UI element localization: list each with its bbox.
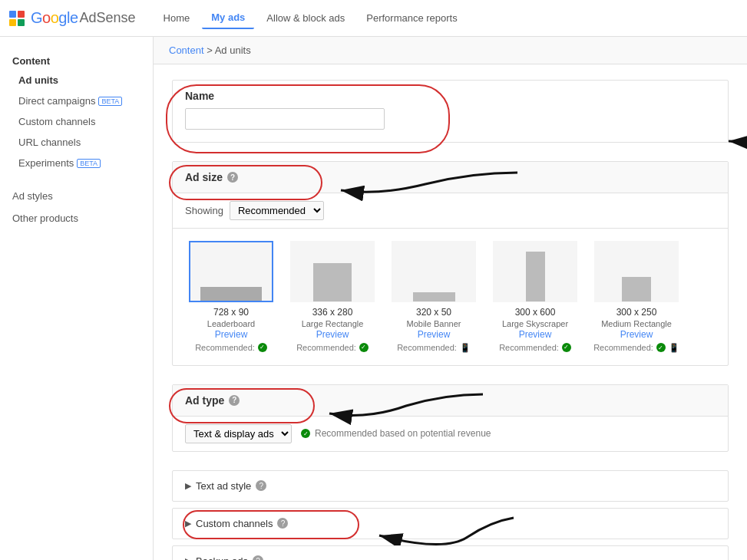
custom-channels-arrow: ▶: [185, 519, 191, 529]
large-rectangle-check-icon: ✓: [359, 343, 369, 352]
large-skyscraper-preview: [493, 241, 577, 302]
mobile-banner-preview: [392, 241, 476, 302]
leaderboard-preview: [189, 241, 273, 302]
medium-rectangle-size-label: 300 x 250: [590, 307, 683, 319]
large-rectangle-size-label: 336 x 280: [286, 307, 378, 319]
recommended-text3: Recommended:: [397, 343, 457, 352]
backup-ads-header[interactable]: ▶ Backup ads ?: [173, 546, 728, 560]
ad-type-select[interactable]: Text & display ads Text ads only Display…: [185, 424, 292, 443]
name-label: Name: [173, 81, 728, 108]
breadcrumb-parent[interactable]: Content: [169, 44, 204, 56]
ad-size-help-icon[interactable]: ?: [227, 172, 238, 183]
backup-ads-arrow: ▶: [185, 556, 191, 560]
custom-channels-label: Custom channels: [196, 518, 273, 529]
large-rectangle-recommended: Recommended: ✓: [286, 343, 378, 352]
leaderboard-name: Leaderboard: [185, 319, 277, 328]
breadcrumb: Content > Ad units: [154, 37, 747, 64]
top-nav: Google AdSense Home My ads Allow & block…: [0, 0, 747, 37]
medium-rectangle-check-icon: ✓: [656, 343, 666, 352]
breadcrumb-current: Ad units: [215, 44, 251, 56]
form-area: Name: [154, 64, 747, 560]
adsense-logo-text: AdSense: [80, 10, 136, 26]
mobile-banner-size-label: 320 x 50: [388, 307, 480, 319]
recommended-text: Recommended:: [195, 343, 255, 352]
sidebar-item-custom-channels[interactable]: Custom channels: [0, 111, 153, 132]
backup-ads-section: ▶ Backup ads ?: [172, 545, 729, 560]
medium-rectangle-preview-link[interactable]: Preview: [620, 329, 653, 340]
recommended-text5: Recommended:: [593, 343, 653, 352]
text-ad-style-label: Text ad style: [196, 480, 251, 492]
name-section: Name: [172, 80, 729, 143]
sidebar-item-direct-campaigns-label: Direct campaigns: [18, 95, 95, 107]
mobile-banner-name: Mobile Banner: [388, 319, 480, 328]
ad-size-label: Ad size: [185, 171, 223, 183]
sidebar-item-direct-campaigns[interactable]: Direct campaigns BETA: [0, 91, 153, 111]
text-ad-style-arrow: ▶: [185, 481, 191, 491]
sidebar-item-ad-styles[interactable]: Ad styles: [0, 183, 153, 205]
nav-allow-block[interactable]: Allow & block ads: [257, 8, 354, 28]
large-skyscraper-check-icon: ✓: [562, 343, 571, 352]
mobile-banner-recommended: Recommended: 📱: [388, 343, 480, 353]
medium-rectangle-preview: [594, 241, 679, 302]
showing-select[interactable]: Recommended All sizes: [230, 201, 324, 220]
custom-channels-header[interactable]: ▶ Custom channels ?: [173, 509, 728, 539]
ad-type-recommended-note: ✓ Recommended based on potential revenue: [301, 428, 491, 439]
large-skyscraper-size-label: 300 x 600: [489, 307, 581, 319]
sidebar-item-ad-units[interactable]: Ad units: [0, 70, 153, 91]
ad-size-large-rectangle[interactable]: 336 x 280 Large Rectangle Preview Recomm…: [286, 241, 378, 353]
custom-channels-section: ▶ Custom channels ?: [172, 508, 729, 539]
text-ad-style-help-icon[interactable]: ?: [256, 480, 266, 491]
sidebar-item-url-channels[interactable]: URL channels: [0, 132, 153, 153]
google-logo-text: Google: [31, 9, 78, 27]
custom-channels-help-icon[interactable]: ?: [277, 518, 288, 529]
medium-rectangle-mobile-icon: 📱: [669, 343, 679, 353]
mobile-banner-preview-link[interactable]: Preview: [418, 329, 451, 340]
recommended-text4: Recommended:: [499, 343, 559, 352]
text-ad-style-section: ▶ Text ad style ?: [172, 470, 729, 502]
ad-size-large-skyscraper[interactable]: 300 x 600 Large Skyscraper Preview Recom…: [489, 241, 581, 353]
logo-area: Google AdSense: [9, 9, 136, 27]
experiments-beta-badge: BETA: [77, 159, 101, 168]
name-input[interactable]: [185, 108, 385, 130]
leaderboard-size-label: 728 x 90: [185, 307, 277, 319]
name-input-wrap: [173, 108, 728, 142]
backup-ads-label: Backup ads: [196, 555, 248, 560]
direct-campaigns-beta-badge: BETA: [98, 97, 122, 106]
large-skyscraper-preview-link[interactable]: Preview: [519, 329, 552, 340]
backup-ads-help-icon[interactable]: ?: [253, 555, 263, 560]
leaderboard-preview-link[interactable]: Preview: [215, 329, 248, 340]
nav-my-ads[interactable]: My ads: [202, 7, 254, 29]
ad-sizes-grid: 728 x 90 Leaderboard Preview Recommended…: [173, 229, 728, 365]
ad-type-help-icon[interactable]: ?: [229, 395, 240, 406]
sidebar-item-other-products[interactable]: Other products: [0, 205, 153, 227]
breadcrumb-separator: >: [204, 44, 215, 56]
medium-rectangle-name: Medium Rectangle: [590, 319, 683, 328]
medium-rectangle-recommended: Recommended: ✓ 📱: [590, 343, 683, 353]
large-rectangle-preview-link[interactable]: Preview: [316, 329, 349, 340]
sidebar: Content Ad units Direct campaigns BETA C…: [0, 37, 154, 560]
ad-type-check-icon: ✓: [301, 429, 310, 438]
main-content: Content > Ad units Name: [154, 37, 747, 560]
ad-size-medium-rectangle[interactable]: 300 x 250 Medium Rectangle Preview Recom…: [590, 241, 683, 353]
google-logo-grid: [9, 11, 25, 26]
ad-size-mobile-banner[interactable]: 320 x 50 Mobile Banner Preview Recommend…: [388, 241, 480, 353]
sidebar-section-content: Content: [0, 49, 153, 70]
ad-type-row: Text & display ads Text ads only Display…: [173, 417, 728, 451]
nav-performance[interactable]: Performance reports: [357, 8, 467, 28]
ad-size-leaderboard[interactable]: 728 x 90 Leaderboard Preview Recommended…: [185, 241, 277, 353]
text-ad-style-header[interactable]: ▶ Text ad style ?: [173, 471, 728, 501]
sidebar-item-experiments[interactable]: Experiments BETA: [0, 153, 153, 173]
nav-home[interactable]: Home: [154, 8, 200, 28]
ad-size-header: Ad size ?: [173, 162, 728, 193]
main-nav: Home My ads Allow & block ads Performanc…: [154, 7, 467, 29]
large-rectangle-name: Large Rectangle: [286, 319, 378, 328]
leaderboard-check-icon: ✓: [258, 343, 267, 352]
ad-type-header: Ad type ?: [173, 385, 728, 417]
recommended-text2: Recommended:: [296, 343, 356, 352]
large-skyscraper-name: Large Skyscraper: [489, 319, 581, 328]
showing-row: Showing Recommended All sizes: [173, 193, 728, 229]
large-rectangle-preview: [290, 241, 375, 302]
page-layout: Content Ad units Direct campaigns BETA C…: [0, 37, 747, 560]
large-skyscraper-recommended: Recommended: ✓: [489, 343, 581, 352]
ad-type-label: Ad type: [185, 394, 224, 407]
